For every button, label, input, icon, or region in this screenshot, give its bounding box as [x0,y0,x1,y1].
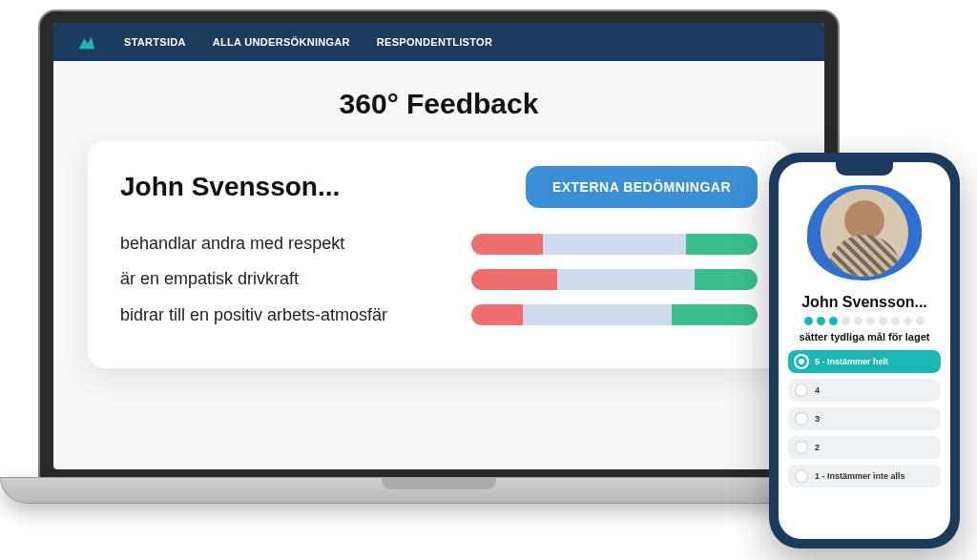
progress-dot [804,317,813,325]
score-bar [471,304,758,325]
laptop-bezel: STARTSIDA ALLA UNDERSÖKNINGAR RESPONDENT… [38,10,840,477]
rating-option-label: 4 [815,385,820,395]
score-bar-segment [686,234,758,255]
progress-dots [804,317,925,325]
card-title: John Svensson... [120,172,340,202]
criteria-label: bidrar till en positiv arbets-atmosfär [120,304,448,326]
progress-dot [842,317,850,325]
navbar: STARTSIDA ALLA UNDERSÖKNINGAR RESPONDENT… [53,23,824,61]
rating-option[interactable]: 5 - Instämmer helt [788,350,941,373]
rating-option-label: 2 [815,443,820,452]
progress-dot [916,317,925,325]
radio-icon [796,442,807,453]
rating-option-label: 1 - Instämmer inte alls [815,471,905,481]
score-bar-segment [471,304,523,325]
radio-icon [796,356,807,367]
logo-icon [76,31,97,52]
progress-dot [879,317,887,325]
progress-dot [829,317,838,325]
laptop-base [0,477,878,504]
laptop-screen: STARTSIDA ALLA UNDERSÖKNINGAR RESPONDENT… [53,23,824,469]
rating-option-label: 3 [815,414,820,424]
nav-link-undersokningar[interactable]: ALLA UNDERSÖKNINGAR [213,36,350,48]
radio-icon [796,384,807,396]
progress-dot [854,317,863,325]
score-bar-segment [543,234,686,255]
phone-person-name: John Svensson... [801,294,927,311]
criteria-row: bidrar till en positiv arbets-atmosfär [120,304,758,326]
score-bar-segment [695,269,758,290]
progress-dot [904,317,912,325]
phone-screen: John Svensson... sätter tydliga mål för … [779,162,950,539]
avatar-container [802,179,926,286]
progress-dot [866,317,875,325]
criteria-row: behandlar andra med respekt [120,233,758,255]
rating-option[interactable]: 4 [788,379,941,402]
score-bar [471,234,758,255]
nav-link-respondentlistor[interactable]: RESPONDENTLISTOR [377,36,492,48]
score-bar-segment [471,234,543,255]
options-list: 5 - Instämmer helt4321 - Instämmer inte … [788,350,941,487]
phone-question: sätter tydliga mål för laget [800,331,930,342]
criteria-label: behandlar andra med respekt [120,233,448,255]
laptop-hinge-notch [382,478,496,489]
progress-dot [891,317,900,325]
radio-icon [796,413,807,425]
feedback-card: John Svensson... EXTERNA BEDÖMNINGAR beh… [88,141,790,368]
rating-option[interactable]: 2 [788,436,941,459]
criteria-row: är en empatisk drivkraft [120,268,758,290]
score-bar [471,269,758,290]
rating-option-label: 5 - Instämmer helt [815,357,888,366]
progress-dot [817,317,825,325]
page-title: 360° Feedback [53,88,824,120]
phone-frame: John Svensson... sätter tydliga mål för … [769,153,960,549]
radio-icon [796,470,807,482]
laptop-frame: STARTSIDA ALLA UNDERSÖKNINGAR RESPONDENT… [38,10,840,515]
score-bar-segment [672,304,758,325]
score-bar-segment [471,269,557,290]
criteria-label: är en empatisk drivkraft [120,268,448,290]
rating-option[interactable]: 3 [788,407,941,430]
external-assessments-button[interactable]: EXTERNA BEDÖMNINGAR [526,166,758,208]
phone-notch [836,162,893,176]
criteria-list: behandlar andra med respektär en empatis… [120,233,758,326]
rating-option[interactable]: 1 - Instämmer inte alls [788,465,941,487]
score-bar-segment [557,269,695,290]
score-bar-segment [523,304,672,325]
card-header: John Svensson... EXTERNA BEDÖMNINGAR [120,166,758,208]
nav-link-startsida[interactable]: STARTSIDA [124,36,186,48]
avatar [821,189,908,277]
